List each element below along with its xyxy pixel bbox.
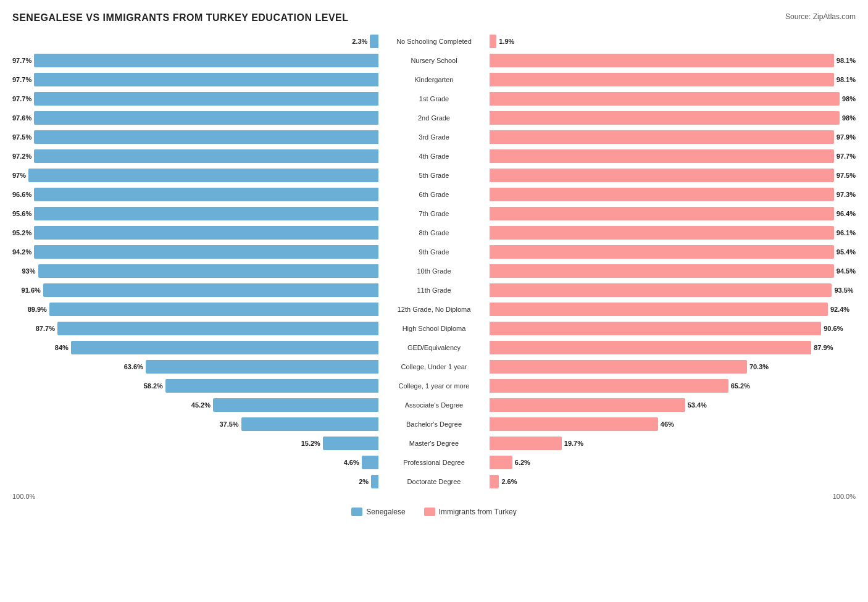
legend-item-senegalese: Senegalese: [351, 508, 405, 516]
chart-source: Source: ZipAtlas.com: [785, 12, 856, 21]
bar-center-label: Doctorate Degree: [378, 477, 490, 487]
bar-center-label: 5th Grade: [378, 170, 490, 180]
left-col: 97.5%: [12, 128, 378, 146]
right-col: 6.2%: [490, 454, 856, 471]
bar-label-left: 95.6%: [12, 210, 34, 217]
bar-left: [57, 322, 378, 335]
bar-row: 45.2% Associate's Degree 53.4%: [12, 396, 856, 414]
bar-row: 96.6% 6th Grade 97.3%: [12, 186, 856, 203]
left-col: 45.2%: [12, 396, 378, 414]
bar-right: [490, 417, 658, 431]
bar-center-label: Bachelor's Degree: [378, 419, 490, 429]
axis-left: 100.0%: [12, 493, 35, 500]
bar-right: [490, 283, 832, 297]
right-col: 70.3%: [490, 358, 856, 375]
bar-center-label: Kindergarten: [378, 75, 490, 85]
bar-label-left: 93%: [22, 267, 38, 275]
bar-label-left: 15.2%: [301, 440, 323, 447]
right-col: 90.6%: [490, 320, 856, 337]
bar-right: [490, 303, 828, 316]
right-col: 92.4%: [490, 301, 856, 318]
bar-left: [34, 111, 378, 125]
bar-right: [490, 456, 512, 469]
right-col: 87.9%: [490, 339, 856, 356]
bar-label-right: 96.1%: [834, 229, 856, 236]
left-col: 95.6%: [12, 205, 378, 222]
axis-labels: 100.0% 100.0%: [12, 493, 856, 500]
bar-label-right: 2.6%: [499, 478, 517, 485]
bar-left: [43, 283, 378, 297]
right-col: 94.5%: [490, 262, 856, 280]
left-col: 87.7%: [12, 320, 378, 337]
bar-left: [362, 456, 378, 469]
left-col: 97.7%: [12, 71, 378, 88]
bar-left: [371, 475, 378, 488]
bar-right: [490, 379, 728, 393]
bar-center-label: 12th Grade, No Diploma: [378, 304, 490, 314]
right-col: 97.9%: [490, 128, 856, 146]
bar-right: [490, 92, 840, 106]
left-col: 2%: [12, 473, 378, 490]
left-col: 84%: [12, 339, 378, 356]
bar-left: [213, 398, 378, 412]
right-col: 98%: [490, 109, 856, 127]
bar-left: [34, 130, 378, 144]
bar-row: 97.6% 2nd Grade 98%: [12, 109, 856, 127]
bar-label-left: 97.5%: [12, 133, 34, 141]
bar-left: [34, 245, 378, 259]
bar-right: [490, 188, 834, 201]
bar-label-left: 97.7%: [12, 76, 34, 83]
right-col: 98.1%: [490, 71, 856, 88]
axis-right: 100.0%: [833, 493, 856, 500]
bar-label-right: 98%: [840, 95, 856, 102]
bar-right: [490, 398, 685, 412]
bar-center-label: 1st Grade: [378, 94, 490, 104]
bar-left: [49, 303, 378, 316]
bar-label-left: 97.2%: [12, 153, 34, 160]
bar-right: [490, 54, 834, 67]
bar-center-label: GED/Equivalency: [378, 343, 490, 353]
bar-label-right: 97.5%: [834, 172, 856, 179]
right-col: 1.9%: [490, 33, 856, 50]
right-col: 65.2%: [490, 377, 856, 395]
left-col: 2.3%: [12, 33, 378, 50]
left-col: 93%: [12, 262, 378, 280]
bar-center-label: College, 1 year or more: [378, 381, 490, 391]
left-col: 97.7%: [12, 90, 378, 107]
left-col: 63.6%: [12, 358, 378, 375]
bar-label-left: 97.6%: [12, 114, 34, 122]
left-col: 94.2%: [12, 243, 378, 261]
bar-label-right: 87.9%: [811, 344, 833, 351]
bar-label-right: 70.3%: [747, 363, 769, 370]
left-col: 15.2%: [12, 435, 378, 452]
legend: Senegalese Immigrants from Turkey: [12, 508, 856, 516]
right-col: 93.5%: [490, 282, 856, 299]
bar-label-left: 84%: [55, 344, 71, 351]
bar-center-label: 10th Grade: [378, 266, 490, 276]
bar-row: 97% 5th Grade 97.5%: [12, 167, 856, 184]
bar-right: [490, 437, 562, 450]
legend-item-turkey: Immigrants from Turkey: [424, 508, 517, 516]
chart-area: 2.3% No Schooling Completed 1.9% 97.7% N…: [12, 33, 856, 490]
bar-left: [165, 379, 378, 393]
bar-left: [34, 207, 378, 220]
left-col: 37.5%: [12, 416, 378, 433]
left-col: 97%: [12, 167, 378, 184]
bar-row: 63.6% College, Under 1 year 70.3%: [12, 358, 856, 375]
right-col: 96.4%: [490, 205, 856, 222]
bar-left: [34, 188, 378, 201]
bar-row: 95.6% 7th Grade 96.4%: [12, 205, 856, 222]
chart-title: SENEGALESE VS IMMIGRANTS FROM TURKEY EDU…: [12, 12, 349, 23]
bar-left: [34, 92, 378, 106]
bar-label-left: 63.6%: [124, 363, 146, 370]
bar-left: [34, 149, 378, 163]
bar-label-left: 37.5%: [219, 420, 241, 428]
left-col: 89.9%: [12, 301, 378, 318]
legend-label-senegalese: Senegalese: [366, 508, 405, 516]
bar-label-right: 53.4%: [685, 401, 707, 409]
bar-left: [34, 73, 378, 86]
bar-left: [71, 341, 378, 354]
left-col: 97.2%: [12, 148, 378, 165]
right-col: 95.4%: [490, 243, 856, 261]
bar-label-right: 46%: [658, 420, 674, 428]
